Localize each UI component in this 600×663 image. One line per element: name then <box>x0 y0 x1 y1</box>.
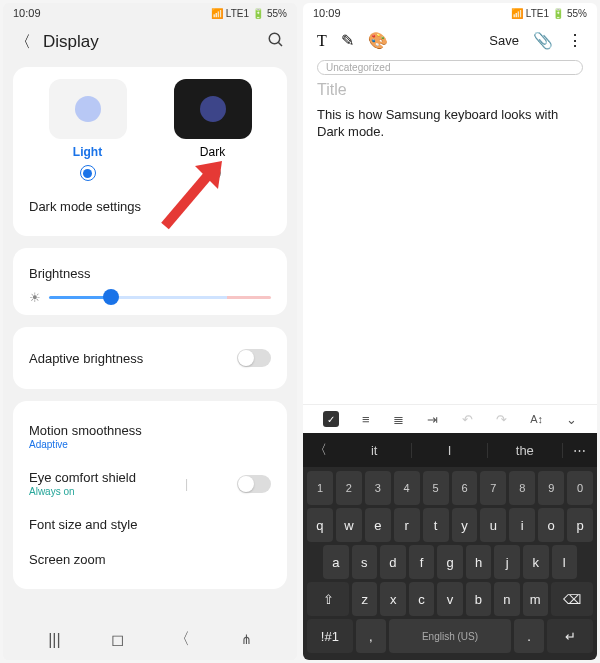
display-options-card: Motion smoothnessAdaptive Eye comfort sh… <box>13 401 287 589</box>
key-t[interactable]: t <box>423 508 449 542</box>
eye-comfort-toggle[interactable] <box>237 475 271 493</box>
key-z[interactable]: z <box>352 582 377 616</box>
search-icon[interactable] <box>267 31 285 53</box>
key-7[interactable]: 7 <box>480 471 506 505</box>
eye-comfort-row[interactable]: Eye comfort shieldAlways on | <box>25 460 275 507</box>
space-key[interactable]: English (US) <box>389 619 511 653</box>
checkbox-icon[interactable]: ✓ <box>323 411 339 427</box>
title-input[interactable]: Title <box>303 77 597 103</box>
more-predictions-icon[interactable]: ⋯ <box>563 443 597 458</box>
prediction-2[interactable]: I <box>412 443 487 458</box>
home-icon[interactable]: ◻ <box>111 630 124 649</box>
settings-screen: 10:09 📶 LTE1 🔋55% 〈 Display Light Dark D… <box>3 3 297 660</box>
key-1[interactable]: 1 <box>307 471 333 505</box>
svg-line-1 <box>278 42 282 46</box>
key-o[interactable]: o <box>538 508 564 542</box>
keyboard: 1234567890 qwertyuiop asdfghjkl ⇧ zxcvbn… <box>303 467 597 660</box>
more-icon[interactable]: ⋮ <box>567 31 583 50</box>
prediction-1[interactable]: it <box>337 443 412 458</box>
theme-dark-option[interactable]: Dark <box>174 79 252 181</box>
key-y[interactable]: y <box>452 508 478 542</box>
key-l[interactable]: l <box>552 545 578 579</box>
key-v[interactable]: v <box>437 582 462 616</box>
palette-icon[interactable]: 🎨 <box>368 31 388 50</box>
key-n[interactable]: n <box>494 582 519 616</box>
numbered-list-icon[interactable]: ≣ <box>393 412 404 427</box>
key-q[interactable]: q <box>307 508 333 542</box>
theme-light-radio[interactable] <box>80 165 96 181</box>
key-k[interactable]: k <box>523 545 549 579</box>
nav-bar: ||| ◻ 〈 ⋔ <box>3 619 297 660</box>
theme-light-preview <box>49 79 127 139</box>
key-a[interactable]: a <box>323 545 349 579</box>
key-b[interactable]: b <box>466 582 491 616</box>
key-4[interactable]: 4 <box>394 471 420 505</box>
save-button[interactable]: Save <box>489 33 519 48</box>
theme-dark-label: Dark <box>200 145 225 159</box>
theme-light-option[interactable]: Light <box>49 79 127 181</box>
key-j[interactable]: j <box>494 545 520 579</box>
key-3[interactable]: 3 <box>365 471 391 505</box>
adaptive-brightness-row[interactable]: Adaptive brightness <box>25 339 275 377</box>
key-6[interactable]: 6 <box>452 471 478 505</box>
text-tool-icon[interactable]: T <box>317 32 327 50</box>
symbols-key[interactable]: !#1 <box>307 619 353 653</box>
expand-icon[interactable]: 〈 <box>303 441 337 459</box>
adaptive-toggle[interactable] <box>237 349 271 367</box>
prediction-bar: 〈 it I the ⋯ <box>303 433 597 467</box>
comma-key[interactable]: , <box>356 619 386 653</box>
svg-point-0 <box>269 33 280 44</box>
sun-icon: ☀ <box>29 290 41 305</box>
key-p[interactable]: p <box>567 508 593 542</box>
key-d[interactable]: d <box>380 545 406 579</box>
dark-mode-settings-row[interactable]: Dark mode settings <box>25 189 275 224</box>
back-icon[interactable]: 〈 <box>15 32 31 53</box>
collapse-icon[interactable]: ⌄ <box>566 412 577 427</box>
title-bar: 〈 Display <box>3 23 297 61</box>
key-w[interactable]: w <box>336 508 362 542</box>
key-8[interactable]: 8 <box>509 471 535 505</box>
theme-dark-radio[interactable] <box>205 165 221 181</box>
enter-key[interactable]: ↵ <box>547 619 593 653</box>
key-s[interactable]: s <box>352 545 378 579</box>
key-2[interactable]: 2 <box>336 471 362 505</box>
motion-smoothness-row[interactable]: Motion smoothnessAdaptive <box>25 413 275 460</box>
clock: 10:09 <box>313 7 341 19</box>
accessibility-icon[interactable]: ⋔ <box>241 632 252 647</box>
key-u[interactable]: u <box>480 508 506 542</box>
undo-icon[interactable]: ↶ <box>462 412 473 427</box>
indent-icon[interactable]: ⇥ <box>427 412 438 427</box>
note-toolbar: T ✎ 🎨 Save 📎 ⋮ <box>303 23 597 58</box>
prediction-3[interactable]: the <box>488 443 563 458</box>
key-h[interactable]: h <box>466 545 492 579</box>
note-body[interactable]: This is how Samsung keyboard looks with … <box>303 103 597 145</box>
key-c[interactable]: c <box>409 582 434 616</box>
pen-tool-icon[interactable]: ✎ <box>341 31 354 50</box>
back-nav-icon[interactable]: 〈 <box>174 629 190 650</box>
key-e[interactable]: e <box>365 508 391 542</box>
font-size-row[interactable]: Font size and style <box>25 507 275 542</box>
adaptive-card: Adaptive brightness <box>13 327 287 389</box>
key-x[interactable]: x <box>380 582 405 616</box>
text-format-icon[interactable]: A↕ <box>530 413 543 425</box>
key-g[interactable]: g <box>437 545 463 579</box>
brightness-slider[interactable]: ☀ <box>25 291 275 303</box>
key-r[interactable]: r <box>394 508 420 542</box>
theme-dark-preview <box>174 79 252 139</box>
bullet-list-icon[interactable]: ≡ <box>362 412 370 427</box>
key-9[interactable]: 9 <box>538 471 564 505</box>
key-0[interactable]: 0 <box>567 471 593 505</box>
redo-icon[interactable]: ↷ <box>496 412 507 427</box>
brightness-label: Brightness <box>25 260 275 281</box>
key-f[interactable]: f <box>409 545 435 579</box>
key-i[interactable]: i <box>509 508 535 542</box>
key-m[interactable]: m <box>523 582 548 616</box>
screen-zoom-row[interactable]: Screen zoom <box>25 542 275 577</box>
attach-icon[interactable]: 📎 <box>533 31 553 50</box>
period-key[interactable]: . <box>514 619 544 653</box>
recents-icon[interactable]: ||| <box>48 631 60 649</box>
shift-key[interactable]: ⇧ <box>307 582 349 616</box>
backspace-key[interactable]: ⌫ <box>551 582 593 616</box>
key-5[interactable]: 5 <box>423 471 449 505</box>
category-tag[interactable]: Uncategorized <box>317 60 583 75</box>
